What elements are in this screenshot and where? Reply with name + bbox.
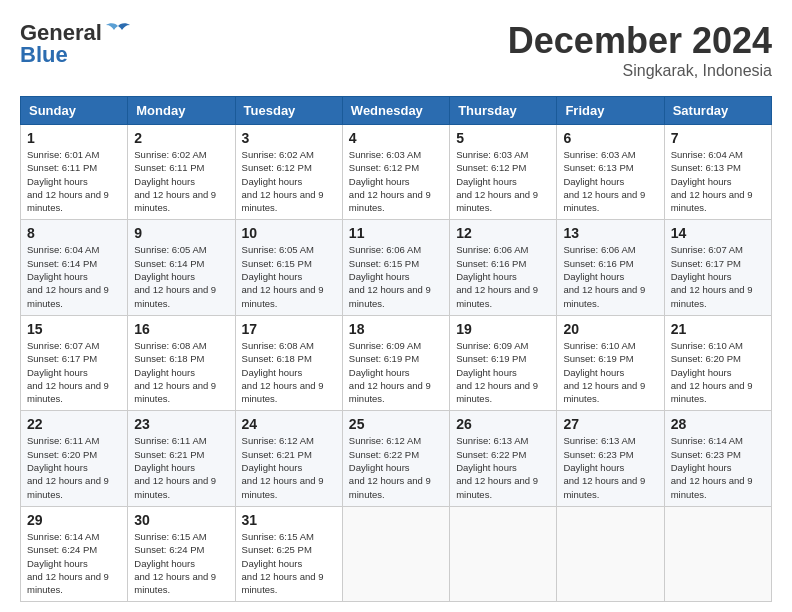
day-number: 13: [563, 225, 657, 241]
day-number: 19: [456, 321, 550, 337]
calendar-cell: 15 Sunrise: 6:07 AM Sunset: 6:17 PM Dayl…: [21, 315, 128, 410]
calendar-cell: 30 Sunrise: 6:15 AM Sunset: 6:24 PM Dayl…: [128, 506, 235, 601]
calendar-cell: 18 Sunrise: 6:09 AM Sunset: 6:19 PM Dayl…: [342, 315, 449, 410]
day-number: 8: [27, 225, 121, 241]
calendar-table: SundayMondayTuesdayWednesdayThursdayFrid…: [20, 96, 772, 602]
calendar-cell: 8 Sunrise: 6:04 AM Sunset: 6:14 PM Dayli…: [21, 220, 128, 315]
day-number: 29: [27, 512, 121, 528]
calendar-cell: 16 Sunrise: 6:08 AM Sunset: 6:18 PM Dayl…: [128, 315, 235, 410]
logo: General Blue: [20, 20, 132, 68]
day-info: Sunrise: 6:03 AM Sunset: 6:13 PM Dayligh…: [563, 148, 657, 214]
day-number: 9: [134, 225, 228, 241]
day-number: 16: [134, 321, 228, 337]
day-number: 12: [456, 225, 550, 241]
day-info: Sunrise: 6:09 AM Sunset: 6:19 PM Dayligh…: [456, 339, 550, 405]
calendar-cell: 17 Sunrise: 6:08 AM Sunset: 6:18 PM Dayl…: [235, 315, 342, 410]
day-info: Sunrise: 6:06 AM Sunset: 6:16 PM Dayligh…: [563, 243, 657, 309]
day-number: 3: [242, 130, 336, 146]
calendar-cell: [342, 506, 449, 601]
day-number: 18: [349, 321, 443, 337]
calendar-cell: 3 Sunrise: 6:02 AM Sunset: 6:12 PM Dayli…: [235, 125, 342, 220]
calendar-cell: [664, 506, 771, 601]
day-info: Sunrise: 6:04 AM Sunset: 6:14 PM Dayligh…: [27, 243, 121, 309]
day-info: Sunrise: 6:03 AM Sunset: 6:12 PM Dayligh…: [456, 148, 550, 214]
calendar-cell: 7 Sunrise: 6:04 AM Sunset: 6:13 PM Dayli…: [664, 125, 771, 220]
calendar-cell: 23 Sunrise: 6:11 AM Sunset: 6:21 PM Dayl…: [128, 411, 235, 506]
page-header: General Blue December 2024 Singkarak, In…: [20, 20, 772, 80]
calendar-cell: 14 Sunrise: 6:07 AM Sunset: 6:17 PM Dayl…: [664, 220, 771, 315]
day-number: 23: [134, 416, 228, 432]
calendar-cell: [450, 506, 557, 601]
day-number: 17: [242, 321, 336, 337]
day-info: Sunrise: 6:02 AM Sunset: 6:11 PM Dayligh…: [134, 148, 228, 214]
calendar-cell: 25 Sunrise: 6:12 AM Sunset: 6:22 PM Dayl…: [342, 411, 449, 506]
day-info: Sunrise: 6:06 AM Sunset: 6:15 PM Dayligh…: [349, 243, 443, 309]
logo-bird-icon: [104, 22, 132, 44]
day-number: 1: [27, 130, 121, 146]
calendar-cell: 12 Sunrise: 6:06 AM Sunset: 6:16 PM Dayl…: [450, 220, 557, 315]
calendar-cell: 21 Sunrise: 6:10 AM Sunset: 6:20 PM Dayl…: [664, 315, 771, 410]
day-info: Sunrise: 6:02 AM Sunset: 6:12 PM Dayligh…: [242, 148, 336, 214]
day-info: Sunrise: 6:12 AM Sunset: 6:22 PM Dayligh…: [349, 434, 443, 500]
calendar-cell: 26 Sunrise: 6:13 AM Sunset: 6:22 PM Dayl…: [450, 411, 557, 506]
day-info: Sunrise: 6:10 AM Sunset: 6:20 PM Dayligh…: [671, 339, 765, 405]
calendar-cell: 9 Sunrise: 6:05 AM Sunset: 6:14 PM Dayli…: [128, 220, 235, 315]
day-number: 20: [563, 321, 657, 337]
day-info: Sunrise: 6:09 AM Sunset: 6:19 PM Dayligh…: [349, 339, 443, 405]
calendar-cell: 29 Sunrise: 6:14 AM Sunset: 6:24 PM Dayl…: [21, 506, 128, 601]
day-info: Sunrise: 6:05 AM Sunset: 6:14 PM Dayligh…: [134, 243, 228, 309]
calendar-cell: 11 Sunrise: 6:06 AM Sunset: 6:15 PM Dayl…: [342, 220, 449, 315]
calendar-cell: 10 Sunrise: 6:05 AM Sunset: 6:15 PM Dayl…: [235, 220, 342, 315]
calendar-week-row: 1 Sunrise: 6:01 AM Sunset: 6:11 PM Dayli…: [21, 125, 772, 220]
calendar-cell: 19 Sunrise: 6:09 AM Sunset: 6:19 PM Dayl…: [450, 315, 557, 410]
column-header-friday: Friday: [557, 97, 664, 125]
day-info: Sunrise: 6:15 AM Sunset: 6:25 PM Dayligh…: [242, 530, 336, 596]
day-number: 22: [27, 416, 121, 432]
title-block: December 2024 Singkarak, Indonesia: [508, 20, 772, 80]
day-number: 2: [134, 130, 228, 146]
day-info: Sunrise: 6:03 AM Sunset: 6:12 PM Dayligh…: [349, 148, 443, 214]
calendar-cell: 4 Sunrise: 6:03 AM Sunset: 6:12 PM Dayli…: [342, 125, 449, 220]
calendar-cell: 24 Sunrise: 6:12 AM Sunset: 6:21 PM Dayl…: [235, 411, 342, 506]
day-number: 7: [671, 130, 765, 146]
calendar-week-row: 29 Sunrise: 6:14 AM Sunset: 6:24 PM Dayl…: [21, 506, 772, 601]
month-title: December 2024: [508, 20, 772, 62]
day-info: Sunrise: 6:05 AM Sunset: 6:15 PM Dayligh…: [242, 243, 336, 309]
column-header-thursday: Thursday: [450, 97, 557, 125]
day-info: Sunrise: 6:07 AM Sunset: 6:17 PM Dayligh…: [671, 243, 765, 309]
day-number: 28: [671, 416, 765, 432]
calendar-cell: 1 Sunrise: 6:01 AM Sunset: 6:11 PM Dayli…: [21, 125, 128, 220]
day-info: Sunrise: 6:13 AM Sunset: 6:23 PM Dayligh…: [563, 434, 657, 500]
day-number: 25: [349, 416, 443, 432]
column-header-tuesday: Tuesday: [235, 97, 342, 125]
column-header-sunday: Sunday: [21, 97, 128, 125]
calendar-cell: 22 Sunrise: 6:11 AM Sunset: 6:20 PM Dayl…: [21, 411, 128, 506]
day-number: 4: [349, 130, 443, 146]
calendar-cell: 27 Sunrise: 6:13 AM Sunset: 6:23 PM Dayl…: [557, 411, 664, 506]
day-info: Sunrise: 6:14 AM Sunset: 6:24 PM Dayligh…: [27, 530, 121, 596]
day-number: 24: [242, 416, 336, 432]
column-header-wednesday: Wednesday: [342, 97, 449, 125]
day-number: 14: [671, 225, 765, 241]
day-number: 31: [242, 512, 336, 528]
calendar-cell: 28 Sunrise: 6:14 AM Sunset: 6:23 PM Dayl…: [664, 411, 771, 506]
logo-blue-text: Blue: [20, 42, 68, 68]
column-header-monday: Monday: [128, 97, 235, 125]
day-number: 15: [27, 321, 121, 337]
day-number: 5: [456, 130, 550, 146]
day-info: Sunrise: 6:01 AM Sunset: 6:11 PM Dayligh…: [27, 148, 121, 214]
calendar-cell: 6 Sunrise: 6:03 AM Sunset: 6:13 PM Dayli…: [557, 125, 664, 220]
calendar-cell: 31 Sunrise: 6:15 AM Sunset: 6:25 PM Dayl…: [235, 506, 342, 601]
day-number: 21: [671, 321, 765, 337]
calendar-week-row: 15 Sunrise: 6:07 AM Sunset: 6:17 PM Dayl…: [21, 315, 772, 410]
day-info: Sunrise: 6:04 AM Sunset: 6:13 PM Dayligh…: [671, 148, 765, 214]
day-info: Sunrise: 6:11 AM Sunset: 6:21 PM Dayligh…: [134, 434, 228, 500]
calendar-cell: 13 Sunrise: 6:06 AM Sunset: 6:16 PM Dayl…: [557, 220, 664, 315]
column-header-saturday: Saturday: [664, 97, 771, 125]
day-number: 27: [563, 416, 657, 432]
calendar-cell: [557, 506, 664, 601]
calendar-week-row: 22 Sunrise: 6:11 AM Sunset: 6:20 PM Dayl…: [21, 411, 772, 506]
day-info: Sunrise: 6:10 AM Sunset: 6:19 PM Dayligh…: [563, 339, 657, 405]
day-info: Sunrise: 6:13 AM Sunset: 6:22 PM Dayligh…: [456, 434, 550, 500]
calendar-cell: 2 Sunrise: 6:02 AM Sunset: 6:11 PM Dayli…: [128, 125, 235, 220]
